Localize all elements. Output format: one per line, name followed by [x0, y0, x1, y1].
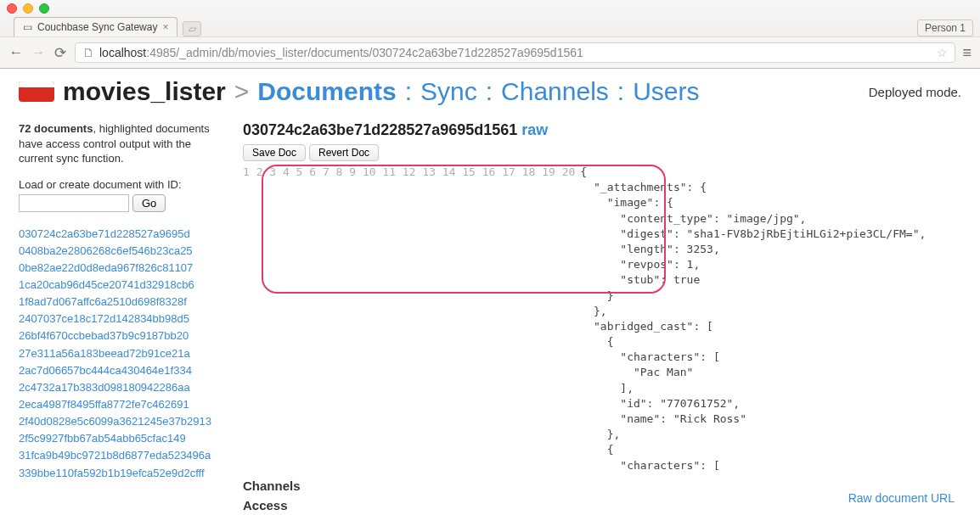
close-tab-icon[interactable]: ×: [162, 21, 168, 33]
mode-label: Deployed mode.: [869, 85, 961, 99]
load-doc-label: Load or create document with ID:: [19, 178, 228, 191]
doc-list-item[interactable]: 26bf4f670ccbebad37b9c9187bb20: [19, 327, 228, 344]
window-zoom-icon[interactable]: [39, 3, 49, 14]
profile-button[interactable]: Person 1: [917, 20, 973, 36]
reload-button[interactable]: ⟳: [53, 44, 68, 62]
doc-list-item[interactable]: 2c4732a17b383d098180942286aa: [19, 379, 228, 396]
new-tab-button[interactable]: ▱: [183, 21, 201, 36]
doc-list-item[interactable]: 2ac7d06657bc444ca430464e1f334: [19, 362, 228, 379]
couchbase-logo-icon: [19, 81, 54, 102]
doc-list-item[interactable]: 2eca4987f8495ffa8772fe7c462691: [19, 396, 228, 413]
window-minimize-icon[interactable]: [23, 3, 33, 14]
go-button[interactable]: Go: [132, 194, 166, 212]
nav-documents[interactable]: Documents: [257, 77, 396, 106]
doc-list-item[interactable]: 339bbe110fa592b1b19efca52e9d2cfff: [19, 465, 228, 482]
revert-doc-button[interactable]: Revert Doc: [309, 144, 379, 161]
save-doc-button[interactable]: Save Doc: [243, 144, 306, 161]
database-name[interactable]: movies_lister: [63, 77, 226, 106]
doc-list-item[interactable]: 0408ba2e2806268c6ef546b23ca25: [19, 243, 228, 260]
doc-list-item[interactable]: 31fca9b49bc9721b8d6877eda523496a: [19, 447, 228, 464]
nav-users[interactable]: Users: [633, 77, 699, 106]
file-icon: 🗋: [82, 46, 94, 59]
json-editor[interactable]: 1 2 3 4 5 6 7 8 9 10 11 12 13 14 15 16 1…: [243, 165, 961, 473]
doc-list-item[interactable]: 0be82ae22d0d8eda967f826c81107: [19, 260, 228, 277]
bookmark-icon[interactable]: ☆: [937, 46, 948, 59]
raw-document-url-link[interactable]: Raw document URL: [848, 491, 955, 505]
raw-link[interactable]: raw: [521, 121, 548, 138]
url-path: :4985/_admin/db/movies_lister/documents/…: [146, 46, 583, 59]
window-close-icon[interactable]: [7, 3, 17, 14]
doc-list-item[interactable]: 030724c2a63be71d228527a9695d: [19, 226, 228, 243]
doc-list-item[interactable]: 1f8ad7d067affc6a2510d698f8328f: [19, 294, 228, 311]
nav-sync[interactable]: Sync: [420, 77, 477, 106]
forward-button[interactable]: →: [31, 44, 46, 61]
hamburger-menu-icon[interactable]: ≡: [962, 44, 972, 62]
doc-list-item[interactable]: 27e311a56a183beead72b91ce21a: [19, 345, 228, 362]
breadcrumb-separator: >: [234, 77, 250, 106]
doc-list-item[interactable]: 2f40d0828e5c6099a3621245e37b2913: [19, 413, 228, 430]
summary-text: 72 documents, highlighted documents have…: [19, 121, 228, 166]
doc-list-item[interactable]: 2407037ce18c172d142834bb98d5: [19, 311, 228, 327]
nav-channels[interactable]: Channels: [501, 77, 609, 106]
doc-list-item[interactable]: 2f5c9927fbb67ab54abb65cfac149: [19, 430, 228, 447]
browser-tab[interactable]: ▭ Couchbase Sync Gateway ×: [14, 17, 177, 36]
document-id-heading: 030724c2a63be71d228527a9695d1561: [243, 121, 517, 138]
tab-title: Couchbase Sync Gateway: [37, 21, 157, 33]
address-bar[interactable]: 🗋 localhost :4985/_admin/db/movies_liste…: [75, 42, 955, 63]
back-button[interactable]: ←: [8, 44, 24, 61]
doc-id-input[interactable]: [19, 194, 129, 212]
doc-list-item[interactable]: 1ca20cab96d45ce20741d32918cb6: [19, 277, 228, 294]
url-host: localhost: [99, 46, 146, 59]
page-icon: ▭: [23, 21, 32, 33]
